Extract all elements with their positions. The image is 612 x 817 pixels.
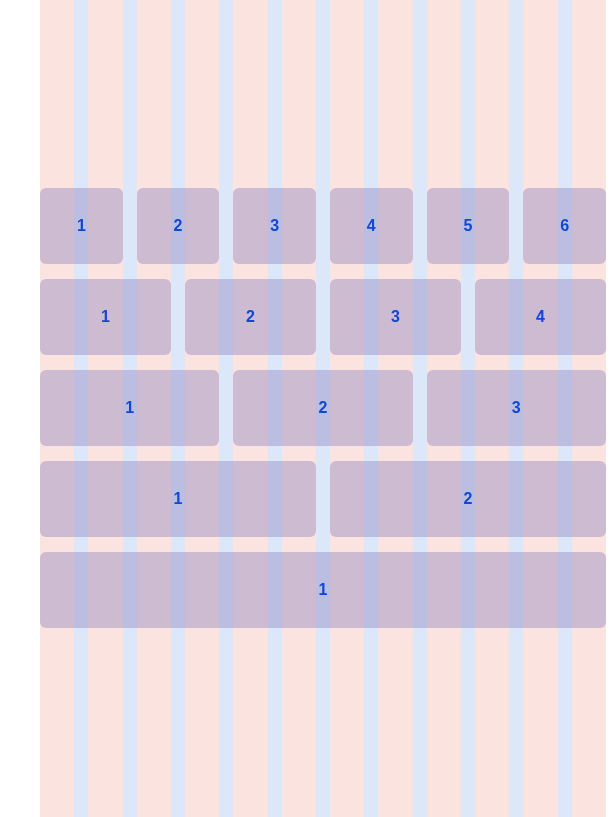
grid-cell: 1 [40, 552, 606, 628]
grid-row: 12 [40, 461, 606, 537]
grid-row: 123456 [40, 188, 606, 264]
grid-cell: 2 [233, 370, 412, 446]
grid-cell: 5 [427, 188, 510, 264]
grid-cell: 2 [185, 279, 316, 355]
grid-row: 123 [40, 370, 606, 446]
grid-cell: 3 [233, 188, 316, 264]
grid-diagram: 1234561234123121 [0, 0, 612, 817]
grid-cell: 6 [523, 188, 606, 264]
grid-cell: 2 [137, 188, 220, 264]
grid-cell: 4 [330, 188, 413, 264]
grid-cell: 1 [40, 370, 219, 446]
grid-cell: 3 [330, 279, 461, 355]
grid-cell: 1 [40, 461, 316, 537]
grid-cell: 1 [40, 188, 123, 264]
grid-cell: 2 [330, 461, 606, 537]
grid-cell: 1 [40, 279, 171, 355]
grid-cell: 4 [475, 279, 606, 355]
grid-row: 1 [40, 552, 606, 628]
grid-rows: 1234561234123121 [40, 188, 606, 628]
grid-row: 1234 [40, 279, 606, 355]
grid-cell: 3 [427, 370, 606, 446]
